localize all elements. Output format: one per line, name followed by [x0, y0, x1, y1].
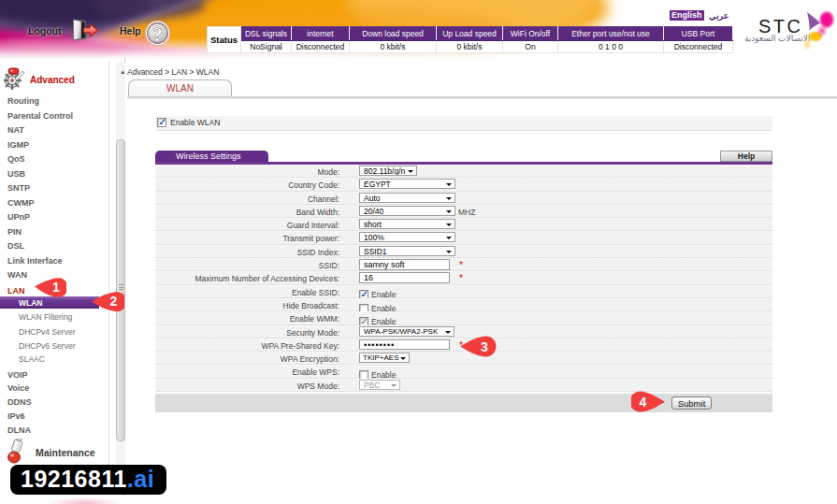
- svg-text:2: 2: [110, 294, 118, 309]
- svg-text:4: 4: [640, 395, 647, 410]
- svg-text:1: 1: [52, 280, 60, 295]
- svg-text:3: 3: [481, 339, 488, 354]
- svg-text:?: ?: [153, 24, 163, 45]
